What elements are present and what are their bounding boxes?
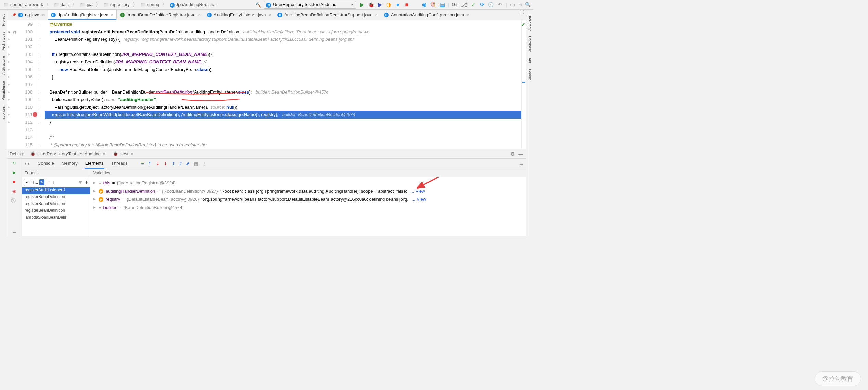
step-icon-7[interactable]: ▦ <box>194 161 198 166</box>
rollback-icon[interactable] <box>497 2 503 8</box>
next-frame-icon[interactable]: ↓ <box>52 180 55 185</box>
close-icon[interactable]: × <box>269 12 272 17</box>
build-icon[interactable] <box>255 2 261 8</box>
view-link[interactable]: ... View <box>412 197 426 202</box>
tool-tab[interactable]: avorites <box>1 104 6 122</box>
run-config-select[interactable]: UserRepositoryTest.testAuditing ▼ <box>264 1 356 9</box>
step-icon-1[interactable]: ⤒ <box>148 161 152 166</box>
gear-icon[interactable] <box>510 151 515 157</box>
rerun-icon[interactable]: ↻ <box>12 161 16 166</box>
editor-tab[interactable]: ImportBeanDefinitionRegistrar.java× <box>117 10 204 20</box>
breadcrumb-item[interactable]: JpaAuditingRegistrar <box>169 2 219 8</box>
stop-debug-icon[interactable] <box>13 179 16 184</box>
expand-icon[interactable]: ▶ <box>93 181 97 184</box>
error-stripe[interactable]: ✔ <box>521 20 526 149</box>
stack-frame[interactable]: lambda$loadBeanDefir <box>22 215 90 222</box>
step-icon-0[interactable]: ≡ <box>141 161 144 166</box>
stack-frame[interactable]: registerBeanDefinition <box>22 208 90 215</box>
step-icon-8[interactable]: ⋮ <box>202 161 207 166</box>
tool-tab[interactable]: 7: Structure <box>1 54 6 77</box>
commit-icon[interactable] <box>470 2 476 8</box>
expand-icon[interactable]: ▶ <box>93 197 97 201</box>
expand-icon[interactable]: ▶ <box>93 189 97 193</box>
editor-tab[interactable]: AuditingBeanDefinitionRegistrarSupport.j… <box>274 10 381 20</box>
debug-session-tab[interactable]: 🐞:test× <box>111 150 135 157</box>
step-icon-3[interactable]: ↧ <box>164 161 168 166</box>
stack-frame[interactable]: registerBeanDefinition <box>22 194 90 201</box>
tool-tab[interactable]: Database <box>528 34 532 54</box>
gauge-icon[interactable]: ◉ <box>421 2 427 8</box>
tool-tab[interactable]: Hierarchy <box>528 12 532 33</box>
close-icon[interactable]: × <box>198 12 201 17</box>
variables-list[interactable]: ▶this = {JpaAuditingRegistrar@3924}▶audi… <box>90 177 526 236</box>
variable-row[interactable]: ▶this = {JpaAuditingRegistrar@3924} <box>90 179 526 187</box>
debug-tab[interactable]: Memory <box>61 159 78 169</box>
variable-row[interactable]: ▶registry = {DefaultListableBeanFactory@… <box>90 195 526 203</box>
breakpoint-icon[interactable] <box>33 112 37 117</box>
debug-tab[interactable]: Threads <box>111 159 128 169</box>
maximize-icon[interactable]: ⛶ <box>518 10 526 20</box>
frames-list[interactable]: registerAuditListenerBregisterBeanDefini… <box>22 187 90 236</box>
close-icon[interactable]: × <box>42 12 45 17</box>
variable-row[interactable]: ▶builder = {BeanDefinitionBuilder@4574} <box>90 203 526 211</box>
debug-tab[interactable]: Console <box>37 159 55 169</box>
breadcrumb-item[interactable]: data <box>52 2 71 8</box>
coverage-icon[interactable] <box>377 2 383 8</box>
gutter[interactable]: 99100●@▶101▶102▶103▶104▶105▶106▶107▶108▶… <box>7 20 36 149</box>
close-icon[interactable]: × <box>467 12 470 17</box>
profiler-icon[interactable] <box>386 2 392 8</box>
run-icon[interactable] <box>359 2 365 8</box>
search-icon[interactable] <box>525 2 531 8</box>
prev-frame-icon[interactable]: ↑ <box>48 180 50 185</box>
stack-frame[interactable]: registerBeanDefinition <box>22 201 90 208</box>
attach-icon[interactable] <box>395 2 401 8</box>
step-icon-6[interactable]: ⬈ <box>186 161 190 166</box>
minimize-icon[interactable] <box>518 151 523 157</box>
branch-icon[interactable]: ⎇ <box>461 2 467 8</box>
breadcrumb-item[interactable]: jpa <box>78 2 94 8</box>
variable-row[interactable]: ▶auditingHandlerDefinition = {RootBeanDe… <box>90 187 526 195</box>
add-thread-icon[interactable]: + <box>85 179 88 185</box>
layout-icon[interactable]: ▭ <box>519 161 523 166</box>
breadcrumb-item[interactable]: config <box>139 2 161 8</box>
inspections-ok-icon[interactable]: ✔ <box>521 21 525 28</box>
debug-session-tab[interactable]: 🐞UserRepositoryTest.testAuditing× <box>28 150 108 157</box>
step-icon-5[interactable]: ⤴ <box>179 161 182 166</box>
close-icon[interactable]: × <box>131 151 133 156</box>
fold-column[interactable]: ⟩⟩⟩⟩⟩⟩⟩⟩⟩⟩⟩⟩⟩ <box>36 20 42 149</box>
breadcrumb-item[interactable]: springframework <box>2 2 45 8</box>
expand-icon[interactable]: ▶ <box>93 206 97 209</box>
code-content[interactable]: @Override protected void registerAuditLi… <box>42 20 521 149</box>
swirl-icon[interactable]: 🍭 <box>430 2 436 8</box>
tool-tab[interactable]: Ant <box>528 56 532 65</box>
debug-tab[interactable]: Elements <box>85 159 104 169</box>
editor-tab[interactable]: 📌ng.java× <box>9 10 48 20</box>
package-icon[interactable] <box>510 2 516 8</box>
view-link[interactable]: ... View <box>410 188 425 194</box>
tool-tab[interactable]: Archetypes <box>1 29 6 52</box>
tool-tab[interactable]: Persistence <box>1 79 6 102</box>
editor-tab[interactable]: JpaAuditingRegistrar.java× <box>48 10 117 20</box>
tool-tab[interactable]: Project <box>1 12 6 28</box>
close-icon[interactable]: × <box>111 12 114 17</box>
close-icon[interactable]: × <box>375 12 378 17</box>
close-icon[interactable]: × <box>103 151 106 156</box>
code-editor[interactable]: 99100●@▶101▶102▶103▶104▶105▶106▶107▶108▶… <box>7 20 526 149</box>
resume-icon[interactable] <box>13 170 16 175</box>
breakpoints-icon[interactable]: ◉ <box>12 188 16 194</box>
step-icon-4[interactable]: ↥ <box>172 161 175 166</box>
step-icon-2[interactable]: ↧ <box>156 161 160 166</box>
thread-select[interactable]: ✓ "T... ⇅ <box>24 179 46 186</box>
debug-icon[interactable] <box>368 2 374 8</box>
stop-icon[interactable] <box>404 2 410 8</box>
editor-tab[interactable]: AuditingEntityListener.java× <box>204 10 274 20</box>
stack-frame[interactable]: registerAuditListenerB <box>22 187 90 194</box>
history-icon[interactable] <box>488 2 494 8</box>
tool-tab[interactable]: Gradle <box>528 67 532 82</box>
breadcrumb-item[interactable]: repository <box>102 2 131 8</box>
filter-icon[interactable]: ▼ <box>78 180 83 185</box>
editor-tab[interactable]: AnnotationAuditingConfiguration.java× <box>381 10 473 20</box>
update-icon[interactable] <box>479 2 485 8</box>
layout-icon[interactable]: ▭ <box>12 229 16 234</box>
book-icon[interactable]: ▤ <box>439 2 445 8</box>
